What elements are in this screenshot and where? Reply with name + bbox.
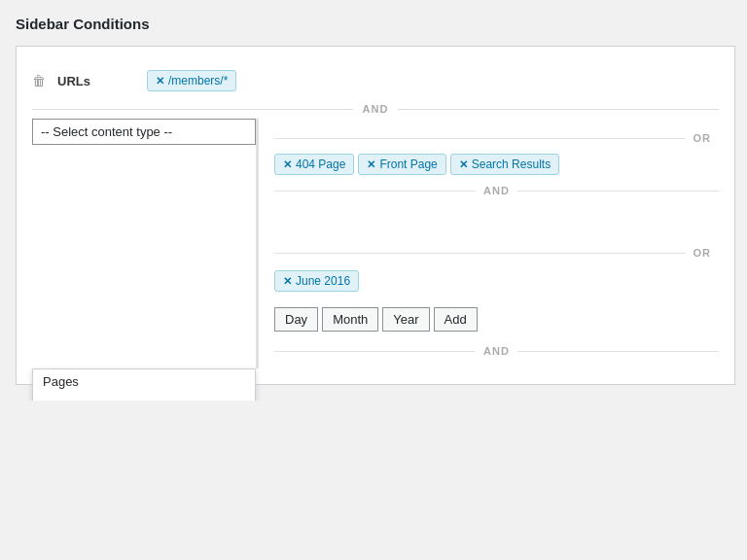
and-label-3: AND xyxy=(476,345,517,357)
dropdown-list: PagesMediaForumsTopicsRepliesProductsAut… xyxy=(32,368,256,401)
trash-icon[interactable]: 🗑 xyxy=(32,73,46,88)
tag-search-results-close[interactable]: ✕ xyxy=(459,158,468,171)
and-label-1: AND xyxy=(353,103,399,115)
date-tag-label: June 2016 xyxy=(296,274,350,288)
content-type-select[interactable]: -- Select content type -- xyxy=(32,119,256,145)
urls-row: 🗑 URLs ✕ /members/* xyxy=(32,62,719,99)
and-separator-2: AND xyxy=(274,179,719,202)
or-label-1: OR xyxy=(686,132,720,144)
or-label-2: OR xyxy=(686,247,720,259)
tag-404-close[interactable]: ✕ xyxy=(283,158,292,171)
right-conditions-panel: OR ✕ 404 Page ✕ Front Page ✕ xyxy=(256,119,719,368)
separator-line-right xyxy=(398,109,719,110)
tag-search-results[interactable]: ✕ Search Results xyxy=(450,154,559,175)
dropdown-item-media[interactable]: Media xyxy=(33,394,255,401)
url-tag[interactable]: ✕ /members/* xyxy=(147,70,236,91)
tag-search-results-label: Search Results xyxy=(472,158,551,171)
left-panel: -- Select content type -- PagesMediaForu… xyxy=(32,119,256,368)
tag-404-label: 404 Page xyxy=(296,158,345,171)
or-separator-2: OR xyxy=(274,241,719,264)
or-separator-1: OR xyxy=(274,126,719,150)
url-tag-close[interactable]: ✕ xyxy=(156,75,164,88)
day-button[interactable]: Day xyxy=(274,307,318,332)
urls-label: URLs xyxy=(57,74,135,88)
month-button[interactable]: Month xyxy=(322,307,378,332)
tag-front-page[interactable]: ✕ Front Page xyxy=(358,154,445,175)
and-separator-1: AND xyxy=(32,103,719,115)
urls-tags-area: ✕ /members/* xyxy=(147,70,719,91)
add-button[interactable]: Add xyxy=(434,307,478,332)
separator-line-left xyxy=(32,109,353,110)
date-tag-close[interactable]: ✕ xyxy=(283,275,292,288)
date-inputs: Day Month Year Add xyxy=(274,307,719,332)
date-tag[interactable]: ✕ June 2016 xyxy=(274,270,359,292)
tag-front-page-close[interactable]: ✕ xyxy=(367,158,375,171)
tag-front-page-label: Front Page xyxy=(379,158,437,171)
and-separator-3: AND xyxy=(274,339,719,363)
url-tag-value: /members/* xyxy=(168,74,228,88)
search-result-tags-area: ✕ 404 Page ✕ Front Page ✕ Search Results xyxy=(274,150,719,179)
page-title: Sidebar Conditions xyxy=(16,16,731,32)
select-placeholder: -- Select content type -- xyxy=(41,124,172,139)
year-button[interactable]: Year xyxy=(382,307,429,332)
tag-404[interactable]: ✕ 404 Page xyxy=(274,154,354,175)
and-label-2: AND xyxy=(476,185,517,196)
dropdown-item-pages[interactable]: Pages xyxy=(33,369,255,394)
